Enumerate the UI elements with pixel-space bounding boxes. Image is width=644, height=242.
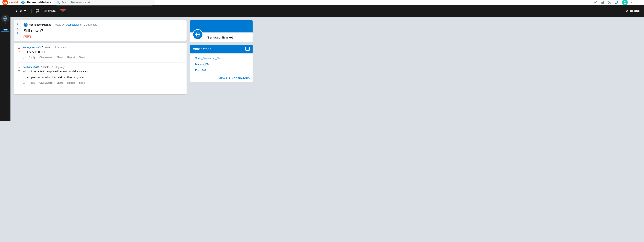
- post-subreddit-link[interactable]: r/BerlusconiMarket: [29, 23, 51, 26]
- comment-2-thread-line: [24, 75, 24, 81]
- comment-1-dot: ·: [52, 46, 52, 49]
- comment-2-dot: ·: [50, 66, 51, 69]
- bar-upvote-btn[interactable]: ▲: [14, 9, 19, 13]
- comment-1-upvote-btn[interactable]: ▲: [18, 46, 20, 49]
- comment-1-downvote-btn[interactable]: ▼: [18, 50, 20, 53]
- comment-2-reply-btn[interactable]: Reply: [28, 81, 36, 85]
- subreddit-nav-name: r/BerlusconiMarket: [25, 1, 49, 4]
- comment-1-share-btn[interactable]: Share: [56, 55, 64, 59]
- post-meta: r/BerlusconiMarket · Posted by u/capodig…: [24, 23, 184, 27]
- comment-1-reply-btn[interactable]: Reply: [28, 55, 36, 59]
- post-time: 11 days ago: [84, 23, 97, 26]
- comment-1-body: XenogenesisX3 3 points · 11 days ago I T…: [23, 46, 183, 59]
- post-upvote-btn[interactable]: ▲: [16, 22, 20, 26]
- right-sidebar: r/BerlusconiMarket MODERATORS u/Silvio_B…: [190, 20, 253, 118]
- comment-2-share-btn[interactable]: Share: [56, 81, 64, 85]
- mod-mail-btn[interactable]: [245, 47, 250, 51]
- comment-1-save-btn[interactable]: Save: [78, 55, 86, 59]
- post-vote-column: ▲ 2 ▼: [14, 20, 21, 41]
- comment-2-body: coolvideo1408 2 points · 11 days ago lol…: [23, 66, 183, 85]
- main-container: ▲ 2 ▼ r/BerlusconiMarket · Posted by: [10, 17, 322, 121]
- black-bar-left: ▲ 2 ▼ | Still down? nsfw: [14, 9, 66, 13]
- comment-2-give-award-btn[interactable]: Give Award: [39, 81, 53, 85]
- comment-2-upvote-btn[interactable]: ▲: [18, 66, 20, 69]
- reddit-icon: [2, 0, 8, 5]
- comment-2-text-line1: lol , not gona lie im suprised berluscon…: [23, 69, 183, 74]
- top-navbar: reddit r/BerlusconiMarket ▾ 🔍: [0, 0, 322, 5]
- comment-2-author[interactable]: coolvideo1408: [23, 66, 40, 69]
- comment-1-time: 11 days ago: [53, 46, 66, 49]
- comment-2-header: coolvideo1408 2 points · 11 days ago: [23, 66, 183, 69]
- bar-vote-count: 2: [20, 9, 22, 13]
- mod-header-title: MODERATORS: [193, 48, 211, 51]
- subreddit-nav-icon: [21, 1, 24, 4]
- comment-1-report-btn[interactable]: Report: [66, 55, 76, 59]
- mod-link-2[interactable]: u/Kurz_BM: [193, 69, 206, 72]
- comment-2-vote-col: ▲ ▼: [17, 66, 21, 85]
- comment-2-save-btn[interactable]: Save: [78, 81, 86, 85]
- mod-link-1[interactable]: u/Macron_BM: [193, 63, 209, 66]
- mod-mail-icon: [245, 47, 250, 51]
- comment-1-vote-col: ▲ ▼: [17, 46, 21, 59]
- comment-1-text: I T S G O N E ! ! !: [23, 50, 183, 54]
- reddit-text-logo: reddit: [9, 1, 18, 4]
- mod-header: MODERATORS: [190, 45, 252, 53]
- comment-1-give-award-btn[interactable]: Give Award: [39, 55, 53, 59]
- bar-vote-section: ▲ 2 ▼: [14, 9, 27, 13]
- search-icon: 🔍: [57, 1, 60, 4]
- bar-post-title: Still down?: [43, 9, 56, 13]
- post-author-link[interactable]: u/capodigiorno_: [66, 23, 83, 26]
- comment-2-report-btn[interactable]: Report: [66, 81, 76, 85]
- mod-item-0: u/Silvio_Berlusconi_BM: [190, 55, 252, 61]
- sub-card-info: r/BerlusconiMarket: [190, 33, 252, 42]
- sub-card-icon-img: [195, 32, 201, 38]
- comment-2-chat-icon: [23, 81, 26, 84]
- comment-1: ▲ ▼ XenogenesisX3 3 points · 11 days ago…: [17, 46, 183, 63]
- post-meta-dot: ·: [52, 23, 52, 26]
- bar-divider: |: [31, 9, 32, 13]
- sub-icon-nav[interactable]: [1, 15, 9, 23]
- comment-2-text-line2: empire and apollon the next big things i…: [26, 75, 84, 79]
- post-black-bar: ▲ 2 ▼ | Still down? nsfw ✕ CLOSE: [10, 5, 322, 17]
- posts-nav-underline: [1, 31, 9, 32]
- mod-list: u/Silvio_Berlusconi_BM u/Macron_BM u/Kur…: [190, 53, 252, 75]
- view-all-mods-btn[interactable]: VIEW ALL MODERATORS: [218, 77, 250, 80]
- subreddit-nav[interactable]: r/BerlusconiMarket ▾: [21, 1, 51, 4]
- post-by-text: Posted by: [54, 23, 64, 26]
- post-vote-count: 2: [17, 27, 18, 30]
- sub-card-name: r/BerlusconiMarket: [206, 36, 233, 39]
- post-downvote-btn[interactable]: ▼: [16, 31, 20, 35]
- sub-icon-nav-img: [3, 16, 8, 21]
- bar-comment-icon: [36, 9, 39, 13]
- mod-item-2: u/Kurz_BM: [190, 67, 252, 73]
- moderators-card: MODERATORS u/Silvio_Berlusconi_BM u/Macr…: [190, 45, 253, 83]
- sub-card-icon: [192, 29, 203, 40]
- comment-1-points: 3 points: [42, 46, 50, 49]
- comment-2-time: 11 days ago: [52, 66, 65, 69]
- left-sidebar: r/ Posts: [0, 5, 10, 121]
- subreddit-dropdown-arrow: ▾: [50, 1, 51, 4]
- mod-link-0[interactable]: u/Silvio_Berlusconi_BM: [193, 57, 220, 60]
- comment-2-downvote-btn[interactable]: ▼: [18, 69, 20, 73]
- post-title: Still down?: [24, 29, 184, 33]
- comment-1-chat-icon: [23, 56, 26, 59]
- search-bar[interactable]: 🔍: [54, 0, 155, 6]
- mod-item-1: u/Macron_BM: [190, 61, 252, 67]
- post-area: ▲ 2 ▼ r/BerlusconiMarket · Posted by: [14, 20, 187, 118]
- comment-2-thread-wrap: empire and apollon the next big things i…: [23, 75, 183, 81]
- bar-downvote-btn[interactable]: ▼: [23, 9, 27, 13]
- reddit-logo[interactable]: reddit: [2, 0, 18, 5]
- post-card: ▲ 2 ▼ r/BerlusconiMarket · Posted by: [14, 20, 187, 41]
- comments-section: ▲ ▼ XenogenesisX3 3 points · 11 days ago…: [14, 43, 187, 95]
- view-all-mods: VIEW ALL MODERATORS: [190, 75, 252, 82]
- post-sub-icon-img: [24, 23, 27, 26]
- posts-nav[interactable]: Posts: [1, 29, 9, 32]
- comment-2: ▲ ▼ coolvideo1408 2 points · 11 days ago…: [17, 66, 183, 88]
- post-content: r/BerlusconiMarket · Posted by u/capodig…: [21, 20, 186, 41]
- bar-nsfw-badge: nsfw: [60, 10, 66, 12]
- subreddit-card: r/BerlusconiMarket: [190, 20, 253, 42]
- comment-1-author[interactable]: XenogenesisX3: [23, 46, 41, 49]
- search-input[interactable]: [62, 1, 152, 4]
- comment-1-actions: Reply Give Award Share Report Save: [23, 55, 183, 59]
- subreddit-mini-icon: [22, 1, 24, 4]
